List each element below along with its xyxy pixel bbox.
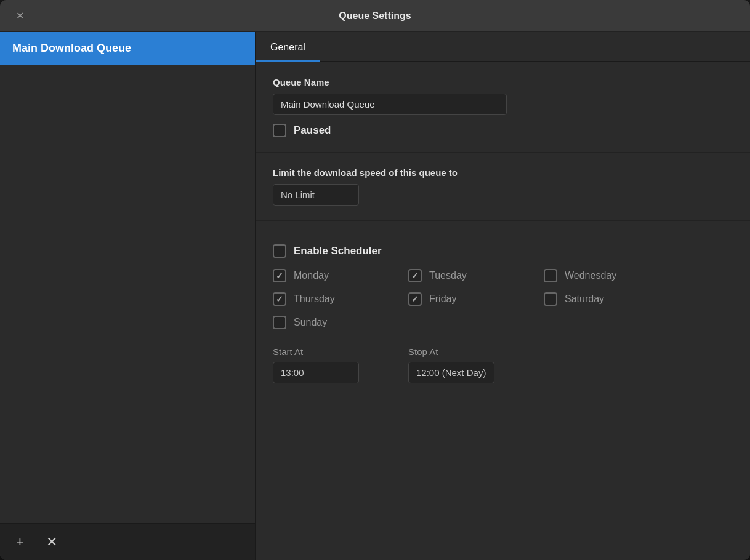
sunday-checkbox[interactable] (273, 316, 286, 329)
friday-checkbox[interactable] (408, 292, 422, 306)
day-saturday: Saturday (544, 292, 679, 306)
saturday-checkbox[interactable] (544, 292, 557, 306)
paused-checkbox[interactable] (273, 124, 286, 137)
day-thursday: Thursday (273, 292, 408, 306)
monday-checkbox[interactable] (273, 269, 286, 282)
start-at-group: Start At 13:00 (273, 346, 359, 383)
wednesday-checkbox[interactable] (544, 269, 557, 282)
days-grid: Monday Tuesday Wednesday T (273, 269, 733, 329)
time-section: Start At 13:00 Stop At 12:00 (Next Day) (273, 346, 733, 383)
sidebar-footer: + ✕ (0, 523, 255, 560)
tabs: General (256, 32, 750, 62)
sunday-label: Sunday (294, 317, 327, 328)
day-monday: Monday (273, 269, 408, 282)
saturday-label: Saturday (565, 294, 604, 305)
tuesday-checkbox[interactable] (408, 269, 422, 282)
wednesday-label: Wednesday (565, 270, 616, 281)
monday-label: Monday (294, 270, 329, 281)
right-panel: General Queue Name Paused Limit the down… (256, 32, 750, 560)
stop-at-label: Stop At (408, 346, 494, 357)
enable-scheduler-row: Enable Scheduler (273, 244, 733, 258)
queue-name-input[interactable] (273, 94, 507, 115)
sidebar-list: Main Download Queue (0, 32, 255, 523)
day-wednesday: Wednesday (544, 269, 679, 282)
remove-queue-button[interactable]: ✕ (41, 532, 62, 553)
day-sunday: Sunday (273, 316, 408, 329)
enable-scheduler-checkbox[interactable] (273, 244, 286, 258)
thursday-label: Thursday (294, 294, 335, 305)
stop-at-value[interactable]: 12:00 (Next Day) (408, 362, 494, 383)
speed-limit-value[interactable]: No Limit (273, 184, 359, 206)
friday-label: Friday (429, 294, 456, 305)
sidebar-item-main-download-queue[interactable]: Main Download Queue (0, 32, 255, 65)
paused-label: Paused (294, 124, 331, 137)
thursday-checkbox[interactable] (273, 292, 286, 306)
title-bar: ✕ Queue Settings (0, 0, 750, 32)
dialog-title: Queue Settings (339, 10, 411, 22)
close-button[interactable]: ✕ (11, 7, 28, 25)
day-friday: Friday (408, 292, 544, 306)
queue-name-label: Queue Name (273, 77, 733, 87)
enable-scheduler-label: Enable Scheduler (294, 245, 382, 257)
stop-at-group: Stop At 12:00 (Next Day) (408, 346, 494, 383)
paused-row: Paused (273, 124, 733, 137)
tab-general[interactable]: General (256, 34, 320, 62)
add-queue-button[interactable]: + (11, 532, 29, 553)
queue-settings-dialog: ✕ Queue Settings Main Download Queue + ✕… (0, 0, 750, 560)
sidebar: Main Download Queue + ✕ (0, 32, 256, 560)
tuesday-label: Tuesday (429, 270, 467, 281)
day-tuesday: Tuesday (408, 269, 544, 282)
speed-limit-section: Limit the download speed of this queue t… (256, 153, 750, 221)
scheduler-section: Enable Scheduler Monday Tuesday (256, 221, 750, 398)
start-at-label: Start At (273, 346, 359, 357)
main-content: Main Download Queue + ✕ General Queue Na… (0, 32, 750, 560)
start-at-value[interactable]: 13:00 (273, 362, 359, 383)
speed-limit-label: Limit the download speed of this queue t… (273, 167, 733, 178)
queue-name-section: Queue Name Paused (256, 62, 750, 153)
